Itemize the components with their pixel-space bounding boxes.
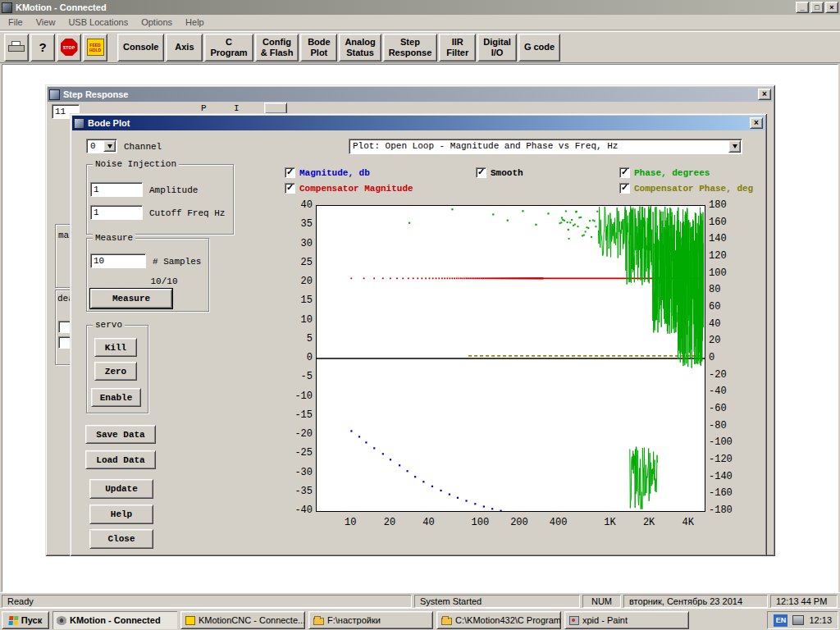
save-data-button[interactable]: Save Data: [85, 425, 156, 444]
toolbar-digital-io-button[interactable]: DigitalI/O: [477, 34, 517, 62]
maximize-icon[interactable]: □: [810, 2, 824, 13]
menu-options[interactable]: Options: [135, 16, 179, 29]
menu-file[interactable]: File: [2, 16, 30, 29]
step-response-titlebar[interactable]: Step Response ×: [48, 87, 773, 102]
checkbox-smooth[interactable]: Smooth: [476, 167, 523, 178]
tick-db--20: -20: [285, 428, 313, 440]
toolbar-bode-plot-button[interactable]: BodePlot: [300, 34, 337, 62]
checkbox-phase-box[interactable]: [619, 167, 630, 178]
bode-window-icon: [74, 118, 84, 129]
measure-group-title: Measure: [93, 233, 135, 243]
tick-db--5: -5: [285, 371, 313, 382]
tray-device-icon[interactable]: [792, 615, 804, 625]
stop-button[interactable]: STOP: [57, 34, 81, 62]
start-label: Пуск: [21, 615, 42, 625]
language-indicator[interactable]: EN: [774, 614, 788, 627]
close-icon[interactable]: ×: [825, 2, 838, 13]
tick-db--40: -40: [285, 504, 313, 516]
plot-type-select[interactable]: Plot: Open Loop - Magnitude and Phase vs…: [349, 139, 742, 154]
tick-deg-0: 0: [709, 352, 743, 363]
noise-injection-title: Noise Injection: [93, 159, 179, 169]
feed-hold-text-2: HOLD: [89, 48, 101, 52]
step-window-title: Step Response: [63, 89, 758, 99]
app-titlebar[interactable]: KMotion - Connected _ □ ×: [0, 0, 840, 15]
task-label: KMotionCNC - Connecte...: [199, 615, 305, 625]
channel-dropdown-icon[interactable]: [103, 140, 116, 152]
channel-select[interactable]: 0: [86, 139, 117, 153]
tick-freq-400: 400: [544, 517, 573, 528]
task-folder-programs[interactable]: C:\KMotion432\C Programs: [436, 611, 561, 629]
tick-freq-40: 40: [413, 517, 443, 528]
update-button[interactable]: Update: [89, 479, 153, 499]
menu-help[interactable]: Help: [179, 16, 211, 29]
checkbox-comp-magnitude[interactable]: Compensator Magnitude: [285, 183, 413, 194]
samples-field[interactable]: 10: [90, 253, 146, 268]
task-folder-settings[interactable]: F:\настройки: [308, 611, 433, 629]
menu-usb-locations[interactable]: USB Locations: [62, 16, 135, 29]
step-close-icon[interactable]: ×: [758, 89, 771, 100]
tick-deg-100: 100: [709, 267, 743, 279]
toolbar-axis-button[interactable]: Axis: [166, 34, 203, 62]
bode-window-title: Bode Plot: [88, 118, 750, 128]
tick-db--30: -30: [285, 467, 313, 478]
bode-close-icon[interactable]: ×: [750, 117, 763, 129]
zero-button[interactable]: Zero: [94, 362, 137, 381]
bode-titlebar[interactable]: Bode Plot ×: [72, 116, 765, 130]
checkbox-smooth-box[interactable]: [476, 167, 486, 178]
plot-type-dropdown-icon[interactable]: [728, 140, 741, 153]
print-button[interactable]: [4, 34, 29, 62]
feed-hold-button[interactable]: FEED HOLD: [83, 34, 107, 62]
toolbar-c-program-button[interactable]: CProgram: [204, 34, 253, 62]
chart-zone: 4035302520151050-5-10-15-20-25-30-35-401…: [285, 205, 749, 536]
checkbox-smooth-label: Smooth: [491, 168, 523, 178]
tick-deg--20: -20: [709, 369, 743, 381]
minimize-icon[interactable]: _: [796, 2, 809, 13]
tick-deg--120: -120: [709, 454, 743, 465]
toolbar-iir-filter-button[interactable]: IIRFilter: [439, 34, 476, 62]
checkbox-phase[interactable]: Phase, degrees: [619, 167, 710, 178]
start-button[interactable]: Пуск: [2, 611, 49, 629]
menu-view[interactable]: View: [30, 16, 62, 29]
checkbox-magnitude-box[interactable]: [285, 167, 295, 178]
checkbox-comp-magnitude-box[interactable]: [285, 183, 295, 194]
kill-button[interactable]: Kill: [94, 338, 137, 357]
load-data-button[interactable]: Load Data: [85, 450, 156, 469]
tick-db-0: 0: [285, 352, 313, 363]
measure-button[interactable]: Measure: [90, 289, 172, 308]
task-paint[interactable]: xpid - Paint: [564, 611, 689, 629]
amplitude-field[interactable]: 1: [90, 182, 143, 197]
cutoff-freq-field[interactable]: 1: [90, 205, 143, 220]
checkbox-comp-magnitude-label: Compensator Magnitude: [299, 184, 413, 194]
toolbar-separator: [109, 47, 116, 48]
checkbox-magnitude[interactable]: Magnitude, db: [285, 167, 370, 178]
tick-freq-100: 100: [465, 517, 495, 528]
help-button[interactable]: ?: [30, 34, 55, 62]
bode-plot-area: [316, 205, 705, 512]
task-kmotion[interactable]: KMotion - Connected: [52, 611, 177, 629]
noise-injection-group: Noise Injection: [86, 164, 234, 235]
toolbar-analog-status-button[interactable]: AnalogStatus: [339, 34, 381, 62]
status-system: System Started: [414, 595, 580, 608]
tick-db-15: 15: [285, 294, 313, 306]
checkbox-comp-phase-box[interactable]: [619, 183, 630, 194]
step-window-icon: [49, 89, 60, 100]
task-kmotioncnc[interactable]: KMotionCNC - Connecte...: [180, 611, 305, 629]
plot-type-value: Plot: Open Loop - Magnitude and Phase vs…: [353, 141, 618, 151]
toolbar-step-response-button[interactable]: StepResponse: [383, 34, 438, 62]
step-fragment-button[interactable]: [264, 103, 287, 114]
checkbox-comp-phase[interactable]: Compensator Phase, deg: [619, 183, 753, 194]
tick-deg-120: 120: [709, 250, 743, 262]
close-dialog-button[interactable]: Close: [89, 529, 153, 549]
printer-icon: [8, 41, 25, 53]
help-dialog-button[interactable]: Help: [89, 504, 153, 524]
tick-deg--160: -160: [709, 487, 743, 499]
task-label: C:\KMotion432\C Programs: [455, 615, 561, 625]
measure-progress: 10/10: [139, 276, 189, 286]
enable-button[interactable]: Enable: [91, 388, 141, 407]
tick-db-10: 10: [285, 314, 313, 326]
toolbar-buttons: ConsoleAxisCProgramConfig& FlashBodePlot…: [117, 34, 560, 62]
toolbar-g-code-button[interactable]: G code: [518, 34, 560, 62]
toolbar-config-flash-button[interactable]: Config& Flash: [255, 34, 299, 62]
tick-freq-4K: 4K: [673, 517, 703, 528]
toolbar-console-button[interactable]: Console: [117, 34, 164, 62]
